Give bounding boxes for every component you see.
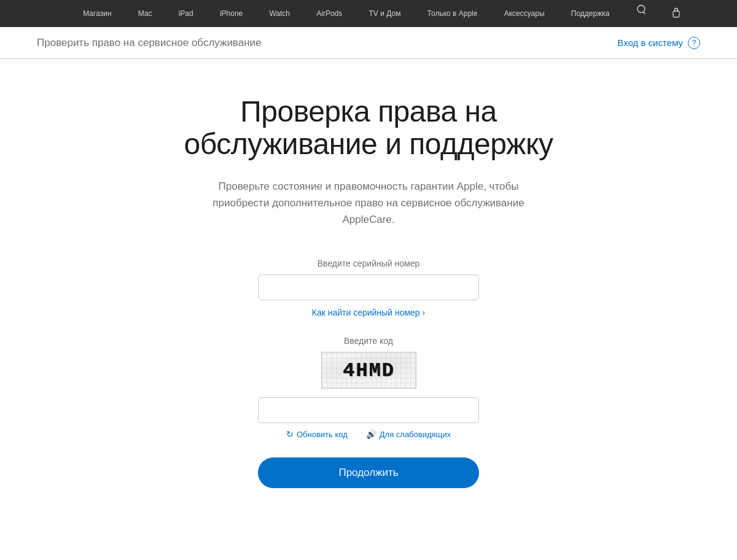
page-header-title: Проверить право на сервисное обслуживани…	[37, 37, 262, 49]
refresh-captcha-button[interactable]: ↻ Обновить код	[286, 429, 348, 439]
nav-item-store[interactable]: Магазин	[77, 0, 117, 27]
nav-item-airpods[interactable]: AirPods	[310, 0, 348, 27]
navigation: Магазин Mac iPad iPhone Watch AirPods TV…	[0, 0, 737, 27]
serial-section: Введите серийный номер Как найти серийны…	[166, 259, 571, 317]
page-title: Проверка права на обслуживание и поддерж…	[166, 96, 571, 161]
nav-item-watch[interactable]: Watch	[263, 0, 296, 27]
serial-input[interactable]	[258, 274, 479, 300]
page-header-actions: Вход в систему ?	[617, 37, 700, 49]
continue-button[interactable]: Продолжить	[258, 457, 479, 488]
captcha-input[interactable]	[258, 397, 479, 423]
refresh-icon: ↻	[286, 429, 294, 439]
audio-icon: 🔊	[366, 429, 376, 439]
bag-icon[interactable]	[666, 0, 687, 27]
audio-label: Для слабовидящих	[380, 430, 451, 439]
audio-captcha-button[interactable]: 🔊 Для слабовидящих	[366, 429, 451, 439]
captcha-text: 4HMD	[342, 359, 394, 382]
nav-item-support[interactable]: Поддержка	[565, 0, 616, 27]
page-subtitle: Проверьте состояние и правомочность гара…	[209, 178, 528, 228]
nav-item-accessories[interactable]: Аксессуары	[498, 0, 551, 27]
main-content: Проверка права на обслуживание и поддерж…	[154, 59, 583, 537]
captcha-label: Введите код	[166, 336, 571, 346]
page-header: Проверить право на сервисное обслуживани…	[0, 27, 737, 59]
serial-label: Введите серийный номер	[166, 259, 571, 268]
captcha-section: Введите код 4HMD ↻ Обновить код 🔊 Для сл…	[166, 336, 571, 439]
nav-item-iphone[interactable]: iPhone	[214, 0, 249, 27]
nav-item-tv[interactable]: TV и Дом	[363, 0, 407, 27]
svg-rect-0	[673, 11, 679, 17]
find-serial-link[interactable]: Как найти серийный номер ›	[166, 308, 571, 317]
nav-apple-logo[interactable]	[50, 0, 63, 27]
nav-item-ipad[interactable]: iPad	[173, 0, 200, 27]
login-link[interactable]: Вход в систему	[617, 37, 683, 48]
nav-item-only-apple[interactable]: Только в Apple	[421, 0, 484, 27]
refresh-label: Обновить код	[297, 430, 348, 439]
help-icon[interactable]: ?	[688, 37, 700, 49]
search-icon[interactable]	[630, 0, 652, 27]
nav-item-mac[interactable]: Mac	[132, 0, 158, 27]
captcha-image: 4HMD	[321, 352, 416, 389]
captcha-actions: ↻ Обновить код 🔊 Для слабовидящих	[166, 429, 571, 439]
